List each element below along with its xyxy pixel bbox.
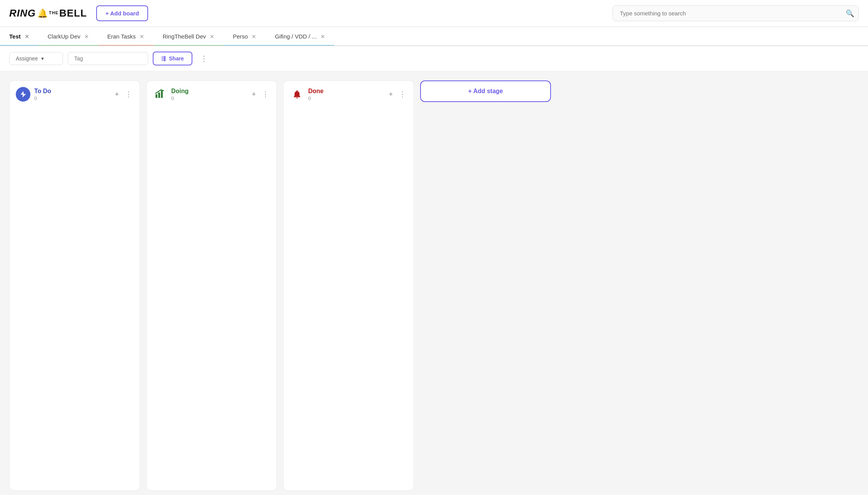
doing-title-area: Doing 0 bbox=[171, 88, 246, 101]
todo-more-button[interactable]: ⋮ bbox=[124, 89, 134, 99]
add-board-button[interactable]: + Add board bbox=[96, 5, 148, 21]
toolbar: Assignee ▾ ⇶ Share ⋮ bbox=[0, 46, 868, 71]
tab-gifing-close[interactable]: ✕ bbox=[320, 34, 325, 39]
svg-rect-0 bbox=[155, 94, 157, 98]
tabs-bar: Test ✕ ClarkUp Dev ✕ Eran Tasks ✕ RingTh… bbox=[0, 27, 868, 46]
board: To Do 0 + ⋮ Doing 0 + ⋮ bbox=[0, 71, 868, 495]
logo-bell-icon: 🔔 bbox=[37, 8, 48, 18]
tab-eran[interactable]: Eran Tasks ✕ bbox=[98, 28, 154, 46]
header: RING 🔔 the BELL + Add board 🔍 bbox=[0, 0, 868, 27]
done-actions: + ⋮ bbox=[387, 89, 407, 99]
search-input[interactable] bbox=[613, 5, 859, 21]
column-todo: To Do 0 + ⋮ bbox=[9, 80, 140, 491]
todo-add-button[interactable]: + bbox=[113, 89, 120, 99]
search-bar: 🔍 bbox=[613, 5, 859, 21]
assignee-select[interactable]: Assignee ▾ bbox=[9, 52, 63, 65]
tab-perso-close[interactable]: ✕ bbox=[252, 34, 256, 39]
doing-more-button[interactable]: ⋮ bbox=[260, 89, 270, 99]
search-icon[interactable]: 🔍 bbox=[846, 9, 854, 18]
doing-title: Doing bbox=[171, 88, 246, 95]
add-stage-button[interactable]: + Add stage bbox=[420, 80, 551, 102]
column-todo-header: To Do 0 + ⋮ bbox=[10, 81, 140, 105]
tab-ringthebell-close[interactable]: ✕ bbox=[210, 34, 214, 39]
done-title-area: Done 0 bbox=[308, 88, 383, 101]
todo-title-area: To Do 0 bbox=[34, 88, 109, 101]
tab-ringthebell-label: RingTheBell Dev bbox=[163, 33, 206, 40]
tab-test-label: Test bbox=[9, 33, 21, 40]
tab-clarkup-close[interactable]: ✕ bbox=[84, 34, 89, 39]
share-icon: ⇶ bbox=[161, 55, 166, 62]
logo-ring-text: RING bbox=[9, 7, 36, 19]
doing-actions: + ⋮ bbox=[250, 89, 270, 99]
tab-clarkup[interactable]: ClarkUp Dev ✕ bbox=[38, 28, 98, 46]
done-count: 0 bbox=[308, 95, 383, 101]
column-done: Done 0 + ⋮ bbox=[283, 80, 414, 491]
todo-count: 0 bbox=[34, 95, 109, 101]
todo-icon bbox=[16, 87, 30, 102]
more-options-button[interactable]: ⋮ bbox=[197, 52, 211, 65]
tab-clarkup-label: ClarkUp Dev bbox=[48, 33, 80, 40]
logo: RING 🔔 the BELL bbox=[9, 7, 87, 19]
tab-perso-label: Perso bbox=[233, 33, 248, 40]
todo-actions: + ⋮ bbox=[113, 89, 134, 99]
tab-ringthebell[interactable]: RingTheBell Dev ✕ bbox=[154, 28, 224, 46]
tab-gifing[interactable]: Gifing / VDD / ... ✕ bbox=[265, 28, 334, 46]
tab-test-close[interactable]: ✕ bbox=[25, 34, 29, 39]
done-title: Done bbox=[308, 88, 383, 95]
svg-rect-2 bbox=[161, 91, 163, 98]
todo-title: To Do bbox=[34, 88, 109, 95]
doing-add-button[interactable]: + bbox=[250, 89, 257, 99]
svg-rect-1 bbox=[158, 92, 160, 98]
tab-eran-label: Eran Tasks bbox=[107, 33, 136, 40]
logo-the-text: the bbox=[49, 10, 58, 15]
share-label: Share bbox=[169, 55, 184, 62]
tag-input[interactable] bbox=[68, 52, 148, 65]
assignee-label: Assignee bbox=[16, 55, 38, 62]
tab-eran-close[interactable]: ✕ bbox=[140, 34, 144, 39]
logo-bell-text: BELL bbox=[59, 7, 87, 19]
doing-icon bbox=[153, 87, 167, 102]
tab-test[interactable]: Test ✕ bbox=[0, 28, 38, 46]
tab-perso[interactable]: Perso ✕ bbox=[224, 28, 265, 46]
column-doing-header: Doing 0 + ⋮ bbox=[147, 81, 277, 105]
column-done-header: Done 0 + ⋮ bbox=[284, 81, 414, 105]
column-doing: Doing 0 + ⋮ bbox=[146, 80, 277, 491]
done-add-button[interactable]: + bbox=[387, 89, 394, 99]
share-button[interactable]: ⇶ Share bbox=[153, 52, 192, 65]
done-icon bbox=[290, 87, 304, 102]
tab-gifing-label: Gifing / VDD / ... bbox=[275, 33, 316, 40]
chevron-down-icon: ▾ bbox=[41, 55, 44, 62]
done-more-button[interactable]: ⋮ bbox=[397, 89, 407, 99]
doing-count: 0 bbox=[171, 95, 246, 101]
